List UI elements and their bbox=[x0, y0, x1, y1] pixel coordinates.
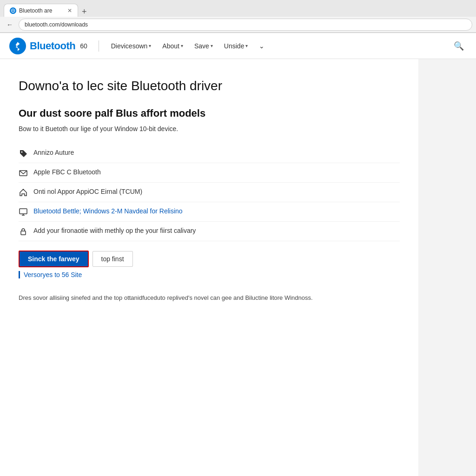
new-tab-button[interactable]: + bbox=[78, 7, 91, 17]
tab-bar: Bluetooth are ✕ + bbox=[0, 0, 476, 17]
nav-separator bbox=[99, 40, 99, 52]
nav-item-extra[interactable]: ⌄ bbox=[254, 40, 269, 53]
item4-text[interactable]: Bluetootd Bettle; Windows 2-M Navdeal fo… bbox=[33, 207, 183, 216]
active-tab[interactable]: Bluetooth are ✕ bbox=[4, 4, 78, 17]
driver-list: Annizo Auture Apple FBC C Bluetooth Onti… bbox=[19, 144, 400, 241]
monitor-icon bbox=[19, 207, 28, 217]
svg-rect-8 bbox=[21, 231, 26, 235]
nav-item-save[interactable]: Save ▾ bbox=[190, 40, 218, 53]
logo-text: Bluetooth bbox=[30, 40, 75, 52]
section-title: Our dust soore palf Blus affort models bbox=[19, 107, 400, 119]
nav-item-unside[interactable]: Unside ▾ bbox=[219, 40, 253, 53]
versions-link[interactable]: Versoryes to 56 Site bbox=[19, 271, 400, 278]
home-icon bbox=[19, 188, 28, 197]
nav-item-unside-label: Unside bbox=[224, 42, 245, 50]
nav-item-about-label: About bbox=[162, 42, 179, 50]
nav-item-extra-label: ⌄ bbox=[259, 42, 264, 50]
item3-text: Onti nol Appor AppiOC Eirnal (TCUM) bbox=[33, 187, 142, 197]
nav-item-dievicesown-label: Dievicesown bbox=[111, 42, 148, 50]
svg-rect-5 bbox=[20, 209, 27, 214]
list-item: Add your fironaotie wiith methly op the … bbox=[19, 222, 400, 241]
search-icon: 🔍 bbox=[454, 41, 464, 51]
item2-text: Apple FBC C Bluetooth bbox=[33, 168, 101, 177]
section-desc: Bow to it Buetoth our lige of your Windo… bbox=[19, 125, 400, 132]
tab-favicon-icon bbox=[10, 7, 16, 14]
footer-text: Dres sovor allisiing sinefed and the top… bbox=[19, 293, 400, 303]
lock-icon bbox=[19, 227, 28, 236]
bluetooth-logo-icon bbox=[9, 38, 26, 54]
list-item: Bluetootd Bettle; Windows 2-M Navdeal fo… bbox=[19, 202, 400, 222]
tab-title: Bluetooth are bbox=[19, 7, 65, 14]
logo-version: 60 bbox=[80, 42, 87, 50]
item1-text: Annizo Auture bbox=[33, 148, 74, 158]
nav-item-dievicesown[interactable]: Dievicesown ▾ bbox=[106, 40, 156, 53]
primary-action-button[interactable]: Sinck the farwey bbox=[19, 251, 89, 267]
browser-chrome: Bluetooth are ✕ + ← bbox=[0, 0, 476, 33]
main-content: Downo'a to lec site Bluetooth driver Our… bbox=[0, 59, 418, 476]
envelope-icon bbox=[19, 168, 28, 178]
site-logo: Bluetooth 60 bbox=[9, 38, 87, 54]
action-buttons: Sinck the farwey top finst bbox=[19, 251, 400, 267]
list-item: Apple FBC C Bluetooth bbox=[19, 163, 400, 183]
about-chevron-icon: ▾ bbox=[181, 43, 183, 48]
list-item: Annizo Auture bbox=[19, 144, 400, 163]
list-item: Onti nol Appor AppiOC Eirnal (TCUM) bbox=[19, 183, 400, 202]
back-button[interactable]: ← bbox=[4, 20, 16, 29]
save-chevron-icon: ▾ bbox=[211, 43, 213, 48]
tab-close-button[interactable]: ✕ bbox=[67, 7, 72, 14]
dievicesown-chevron-icon: ▾ bbox=[149, 43, 151, 48]
page-title: Downo'a to lec site Bluetooth driver bbox=[19, 78, 400, 94]
item5-text: Add your fironaotie wiith methly op the … bbox=[33, 226, 196, 236]
nav-menu: Dievicesown ▾ About ▾ Save ▾ Unside ▾ ⌄ bbox=[106, 40, 270, 53]
nav-controls: ← bbox=[0, 17, 476, 33]
tag-icon bbox=[19, 149, 28, 158]
nav-item-save-label: Save bbox=[194, 42, 209, 50]
site-nav: Bluetooth 60 Dievicesown ▾ About ▾ Save … bbox=[0, 33, 476, 59]
unside-chevron-icon: ▾ bbox=[245, 43, 248, 48]
svg-point-3 bbox=[21, 152, 23, 153]
secondary-action-button[interactable]: top finst bbox=[93, 251, 133, 267]
search-button[interactable]: 🔍 bbox=[451, 38, 467, 54]
nav-item-about[interactable]: About ▾ bbox=[158, 40, 188, 53]
address-bar[interactable] bbox=[19, 19, 472, 31]
